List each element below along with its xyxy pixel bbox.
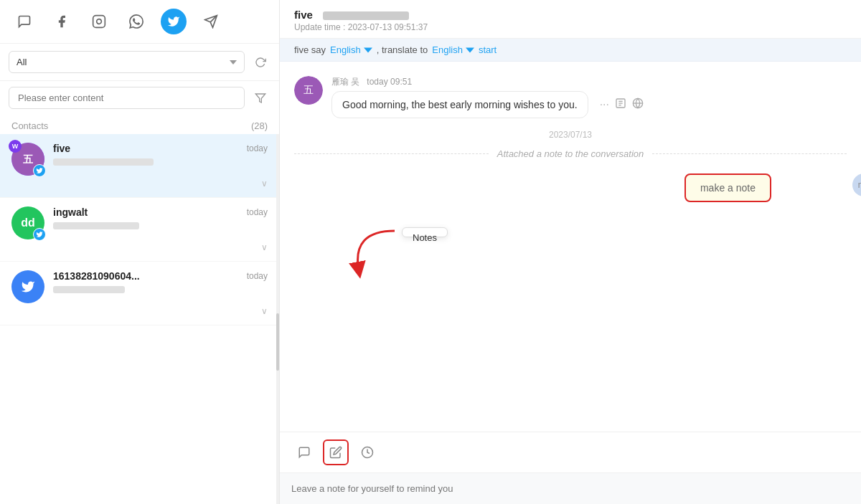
scrollbar-track: [276, 134, 279, 504]
msg-translate-btn[interactable]: [632, 98, 644, 112]
chat-body: 五 雁瑜 吴 today 09:51 Good morning, the bes…: [280, 62, 861, 432]
contacts-count: (28): [251, 120, 268, 131]
main-panel: five Update time : 2023-07-13 09:51:37 f…: [280, 0, 861, 504]
contact-preview-ingwalt: [53, 222, 139, 229]
chat-input[interactable]: [280, 473, 861, 504]
svg-marker-4: [255, 94, 265, 103]
contact-time-five: today: [247, 143, 268, 153]
expand-phone[interactable]: ∨: [11, 303, 268, 316]
msg-sender-name-1: 雁瑜 吴: [331, 77, 359, 87]
msg-more-btn[interactable]: ···: [600, 98, 609, 111]
note-event-text: Attached a note to the conversation: [497, 148, 644, 159]
avatar-wrap-phone: [11, 270, 44, 303]
target-lang-label: English: [432, 44, 463, 55]
contact-item-ingwalt[interactable]: dd ingwalt today ∨: [0, 198, 279, 262]
chat-toolbar: [280, 432, 861, 473]
contact-id-blurred: [323, 11, 409, 20]
whatsapp-icon[interactable]: [123, 9, 149, 34]
notes-toolbar-btn[interactable]: [323, 439, 349, 465]
instagram-icon[interactable]: [86, 9, 112, 34]
notes-tooltip: Notes: [402, 227, 448, 237]
expand-five[interactable]: ∨: [11, 176, 268, 189]
arrow-indicator: [337, 224, 409, 281]
scrollbar-thumb[interactable]: [276, 313, 279, 371]
date-divider: 2023/07/13: [294, 130, 847, 140]
msg-text-1: Good morning, the best early morning wis…: [342, 99, 578, 110]
refresh-button[interactable]: [250, 52, 270, 72]
chat-header: five Update time : 2023-07-13 09:51:37: [280, 0, 861, 39]
source-lang-dropdown[interactable]: English: [330, 44, 372, 55]
chat-input-area: [280, 432, 861, 504]
platform-icons: [0, 0, 279, 44]
expand-ingwalt[interactable]: ∨: [11, 239, 268, 252]
msg-content-1: 雁瑜 吴 today 09:51 Good morning, the best …: [331, 76, 847, 118]
contact-time-ingwalt: today: [247, 207, 268, 217]
reply-toolbar-btn[interactable]: [291, 439, 317, 465]
make-note-container: make a note me: [294, 168, 847, 202]
source-lang-label: English: [330, 44, 361, 55]
filter-icon-button[interactable]: [250, 88, 270, 108]
contact-preview-five: [53, 158, 154, 166]
me-badge: me: [852, 173, 861, 196]
chat-contact-name: five: [294, 9, 313, 21]
search-row: [0, 81, 279, 115]
translate-start-link[interactable]: start: [479, 44, 497, 55]
msg-meta-1: 雁瑜 吴 today 09:51: [331, 76, 847, 88]
twitter-badge-five: [33, 164, 46, 177]
msg-note-btn[interactable]: [615, 98, 626, 112]
contact-name-phone: 16138281090604...: [53, 270, 140, 282]
w-badge-five: W: [9, 140, 22, 153]
twitter-badge-ingwalt: [33, 228, 46, 241]
note-divider: Attached a note to the conversation: [294, 148, 847, 159]
svg-text:五: 五: [23, 153, 34, 165]
translate-separator: , translate to: [377, 44, 428, 55]
svg-rect-0: [93, 16, 105, 28]
translate-say-label: five say: [294, 44, 326, 55]
filter-select[interactable]: All: [9, 51, 245, 73]
contact-info-five: five today: [53, 143, 268, 166]
contact-time-phone: today: [247, 271, 268, 281]
contact-name-five: five: [53, 143, 70, 154]
contact-name-ingwalt: ingwalt: [53, 206, 88, 218]
contact-preview-phone: [53, 286, 125, 293]
note-line-right: [652, 153, 847, 154]
avatar-wrap-five: W 五: [11, 143, 44, 176]
note-line-left: [294, 153, 489, 154]
date-label: 2023/07/13: [549, 130, 592, 140]
notes-tooltip-text: Notes: [413, 232, 437, 243]
contact-item-phone[interactable]: 16138281090604... today ∨: [0, 262, 279, 325]
contacts-list: W 五 five today ∨: [0, 134, 279, 504]
contact-item-five[interactable]: W 五 five today ∨: [0, 134, 279, 198]
avatar-wrap-ingwalt: dd: [11, 206, 44, 239]
search-input[interactable]: [9, 87, 245, 109]
chat-update-time: Update time : 2023-07-13 09:51:37: [294, 22, 847, 32]
msg-actions-1: ···: [600, 98, 644, 112]
make-note-button[interactable]: make a note: [684, 173, 771, 202]
msg-bubble-1: Good morning, the best early morning wis…: [331, 91, 588, 118]
translate-bar: five say English , translate to English …: [280, 39, 861, 62]
contacts-label: Contacts: [11, 120, 48, 131]
twitter-icon[interactable]: [161, 9, 187, 34]
history-toolbar-btn[interactable]: [354, 439, 380, 465]
telegram-icon[interactable]: [198, 9, 224, 34]
msg-time-1: today 09:51: [367, 77, 412, 87]
message-row-1: 五 雁瑜 吴 today 09:51 Good morning, the bes…: [294, 76, 847, 118]
facebook-icon[interactable]: [49, 9, 75, 34]
avatar-phone: [11, 270, 44, 303]
sidebar: All Contacts (28) W 五: [0, 0, 280, 504]
notes-area: Notes: [294, 224, 847, 310]
contacts-header: Contacts (28): [0, 115, 279, 134]
sender-avatar-1: 五: [294, 76, 323, 105]
contact-info-ingwalt: ingwalt today: [53, 206, 268, 229]
chat-icon[interactable]: [11, 9, 37, 34]
target-lang-dropdown[interactable]: English: [432, 44, 474, 55]
filter-controls: All: [0, 44, 279, 81]
contact-info-phone: 16138281090604... today: [53, 270, 268, 293]
